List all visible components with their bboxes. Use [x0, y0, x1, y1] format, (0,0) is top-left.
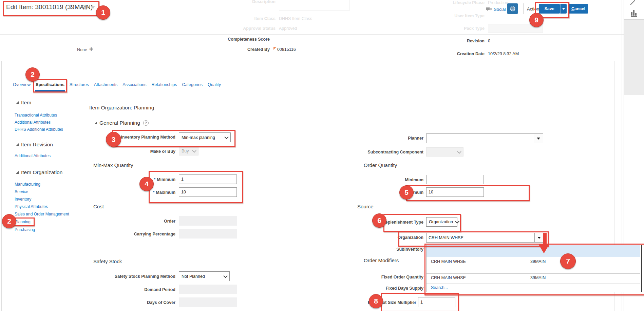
order-minimum-label: Minimum	[333, 178, 423, 182]
safety-stock-planning-method-select[interactable]: Not Planned	[179, 271, 230, 281]
sidebar-item-transactional-attributes[interactable]: Transactional Attributes	[15, 113, 57, 118]
sidebar-item-planning[interactable]: Planning 2	[15, 220, 31, 224]
user-item-type-label: User Item Type	[434, 14, 485, 18]
dropdown-option-subinventory[interactable]: 39MAIN	[530, 275, 546, 280]
tab-attachments[interactable]: Attachments	[94, 82, 117, 87]
chevron-down-icon	[224, 135, 229, 139]
inventory-planning-method-select[interactable]: Min-max planning	[179, 132, 231, 142]
order-maximum-input[interactable]	[426, 187, 484, 197]
general-planning-title: General Planning	[99, 120, 140, 126]
tab-categories[interactable]: Categories	[182, 82, 203, 87]
tab-structures[interactable]: Structures	[70, 82, 89, 87]
inventory-planning-method-value: Min-max planning	[182, 135, 215, 140]
minimum-input[interactable]	[179, 174, 237, 184]
save-caret-icon	[562, 8, 565, 10]
dropdown-column-divider	[528, 267, 528, 273]
chevron-down-icon	[223, 274, 228, 278]
approval-status-value: Approved	[279, 26, 297, 31]
help-icon[interactable]: ?	[82, 5, 88, 10]
social-icon	[486, 7, 492, 12]
save-button[interactable]: Save	[539, 4, 560, 14]
make-or-buy-value: Buy	[182, 149, 189, 153]
chevron-down-icon	[457, 149, 461, 154]
dropdown-blank-option[interactable]	[427, 245, 640, 257]
sidebar-item-manufacturing[interactable]: Manufacturing	[15, 182, 40, 187]
chart-panel-button[interactable]	[625, 6, 643, 19]
sidebar-section-item-title: Item	[21, 100, 31, 106]
add-plus-icon[interactable]: ✚	[89, 46, 93, 52]
dropdown-option-organization[interactable]: CRH MAIN WHSE	[431, 275, 466, 280]
tab-overview[interactable]: Overview	[13, 82, 31, 87]
attachments-none-label: None	[77, 47, 87, 52]
organization-dropdown-button[interactable]	[534, 233, 544, 243]
item-class-label: Item Class	[217, 16, 276, 21]
sidebar-section-item-organization[interactable]: Item Organization	[16, 169, 62, 175]
organization-input[interactable]	[426, 233, 535, 243]
tab-relationships[interactable]: Relationships	[151, 82, 177, 87]
dropdown-option-organization[interactable]: CRH MAIN WHSE	[431, 259, 466, 264]
replenishment-type-select[interactable]: Organization	[426, 217, 457, 227]
page-title: Edit Item: 30011019 (39MAIN)	[6, 3, 93, 11]
order-label: Order	[85, 219, 175, 224]
save-dropdown-button[interactable]	[560, 4, 567, 14]
social-link[interactable]: Social	[494, 7, 506, 12]
bar-chart-icon	[630, 8, 638, 17]
sidebar-item-sales-and-order-management[interactable]: Sales and Order Management	[15, 212, 69, 216]
chevron-down-icon	[192, 148, 196, 153]
organization-label: Organization	[333, 235, 423, 240]
dropdown-row-divider	[427, 284, 640, 284]
favorite-star-icon[interactable]: ★	[90, 3, 95, 11]
created-by-flag-icon	[273, 47, 277, 50]
sidebar-section-item-revision[interactable]: Item Revision	[16, 142, 53, 148]
collapse-triangle-icon	[16, 143, 19, 146]
approval-status-label: Approval Status	[217, 26, 276, 31]
sidebar-item-service[interactable]: Service	[15, 189, 28, 194]
general-planning-help-icon[interactable]: ?	[143, 120, 149, 126]
rail-background	[624, 20, 644, 95]
annotation-arrow-head	[538, 244, 550, 253]
sidebar-item-purchasing[interactable]: Purchasing	[15, 227, 35, 232]
cancel-button[interactable]: Cancel	[569, 4, 588, 14]
safety-stock-heading: Safety Stock	[93, 258, 122, 264]
help-glyph: ?	[145, 121, 147, 125]
lifecycle-phase-label: Lifecycle Phase	[434, 0, 485, 5]
toolbar-divider	[523, 3, 524, 14]
sidebar-section-item[interactable]: Item	[16, 100, 31, 106]
sidebar-item-inventory[interactable]: Inventory	[15, 197, 31, 202]
globe-button[interactable]	[507, 3, 518, 14]
sidebar-item-revision-additional-attributes[interactable]: Additional Attributes	[15, 153, 51, 158]
dropdown-option-subinventory[interactable]: 39MAIN	[530, 259, 546, 264]
created-by-value: 00815116	[277, 47, 296, 52]
item-class-value: DHHS Item Class	[279, 16, 312, 21]
make-or-buy-label: Make or Buy	[85, 149, 175, 154]
subheader-divider	[0, 61, 624, 61]
dropdown-search-link[interactable]: Search...	[431, 285, 448, 290]
pencil-icon[interactable]	[630, 0, 636, 5]
tabbar-divider	[1, 94, 614, 94]
general-planning-header[interactable]: General Planning ?	[94, 120, 149, 126]
order-quantity-heading: Order Quantity	[364, 162, 397, 168]
sidebar-item-additional-attributes[interactable]: Additional Attributes	[15, 120, 51, 125]
tab-bar: Overview Specifications 2 Structures Att…	[13, 82, 221, 87]
sidebar-item-dhhs-additional-attributes[interactable]: DHHS Additional Attributes	[15, 127, 63, 132]
annotation-circle-9: 9	[529, 13, 544, 27]
planner-input[interactable]	[426, 133, 534, 143]
globe-icon	[509, 5, 516, 12]
fixed-lot-size-multiplier-input[interactable]	[418, 297, 455, 307]
rail-divider	[624, 6, 644, 6]
annotation-circle-7: 7	[560, 253, 576, 269]
description-label: Description	[217, 0, 276, 4]
sidebar-item-physical-attributes[interactable]: Physical Attributes	[15, 204, 48, 209]
tab-associations[interactable]: Associations	[122, 82, 146, 87]
caret-down-icon	[537, 237, 541, 239]
planner-dropdown-button[interactable]	[534, 133, 543, 143]
caret-down-icon	[537, 138, 540, 140]
tab-specifications[interactable]: Specifications 2	[36, 82, 64, 87]
order-minimum-input[interactable]	[426, 175, 484, 184]
tab-quality[interactable]: Quality	[208, 82, 221, 87]
maximum-input[interactable]	[179, 187, 237, 197]
days-of-cover-field	[179, 297, 237, 307]
days-of-cover-label: Days of Cover	[85, 300, 175, 305]
carrying-percentage-field	[179, 229, 237, 239]
help-glyph: ?	[84, 5, 86, 9]
